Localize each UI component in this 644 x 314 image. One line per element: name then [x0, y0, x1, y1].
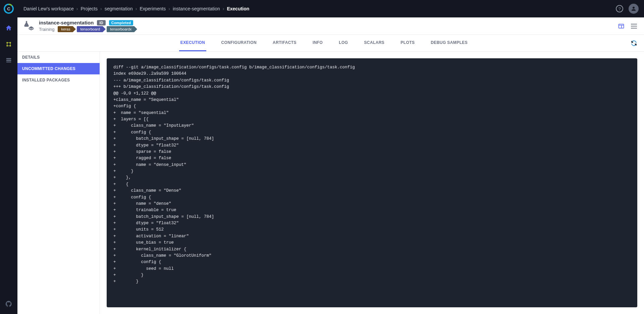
svg-rect-7	[6, 62, 11, 63]
nav-github[interactable]	[0, 297, 17, 311]
chevron-right-icon: ›	[136, 6, 137, 11]
topbar-actions: ?	[616, 4, 639, 14]
tab-plots[interactable]: PLOTS	[399, 35, 416, 51]
experiment-title: instance-segmentation	[39, 20, 94, 25]
chevron-right-icon: ›	[223, 6, 224, 11]
side-item-details[interactable]: DETAILS	[17, 52, 100, 63]
side-item-uncommitted-changes[interactable]: UNCOMMITTED CHANGES	[17, 63, 100, 74]
chevron-right-icon: ›	[100, 6, 102, 11]
experiment-header: instance-segmentation ID Completed Train…	[17, 17, 644, 35]
crumb-experiment[interactable]: instance-segmentation	[173, 6, 220, 11]
status-badge: Completed	[109, 20, 133, 25]
tab-execution[interactable]: EXECUTION	[179, 35, 207, 51]
experiment-type-icon	[23, 20, 34, 32]
svg-rect-5	[6, 58, 11, 60]
menu-icon[interactable]	[631, 23, 637, 29]
tabs-row: EXECUTION CONFIGURATION ARTIFACTS INFO L…	[17, 35, 644, 52]
crumb-current: Execution	[227, 6, 249, 11]
diff-code-block[interactable]: diff --git a/image_classification/config…	[107, 58, 637, 307]
tag-tensorboardx[interactable]: tensorboardx	[107, 26, 134, 32]
page-body: instance-segmentation ID Completed Train…	[17, 17, 644, 314]
breadcrumbs: Daniel Lew's workspace › Projects › segm…	[17, 6, 249, 11]
tag-keras[interactable]: keras	[58, 26, 73, 32]
logo-icon: C	[3, 3, 14, 14]
panel-layout-icon[interactable]	[618, 23, 625, 29]
svg-text:C: C	[7, 6, 10, 11]
id-badge[interactable]: ID	[97, 20, 105, 25]
topbar: C Daniel Lew's workspace › Projects › se…	[0, 0, 644, 17]
execution-body: DETAILS UNCOMMITTED CHANGES INSTALLED PA…	[17, 52, 644, 314]
task-type-label: Training	[39, 27, 54, 32]
crumb-workspace[interactable]: Daniel Lew's workspace	[23, 6, 74, 11]
nav-models[interactable]	[0, 38, 17, 51]
user-avatar[interactable]	[629, 4, 639, 14]
execution-sidepanel: DETAILS UNCOMMITTED CHANGES INSTALLED PA…	[17, 52, 100, 314]
svg-rect-6	[6, 60, 11, 61]
content-area: diff --git a/image_classification/config…	[100, 52, 644, 314]
left-nav-rail	[0, 17, 17, 314]
crumb-project[interactable]: segmentation	[105, 6, 133, 11]
nav-home[interactable]	[0, 21, 17, 35]
chevron-right-icon: ›	[76, 6, 78, 11]
refresh-icon[interactable]	[631, 40, 637, 47]
tag-tensorboard[interactable]: tensorboard	[77, 26, 103, 32]
nav-compute[interactable]	[0, 54, 17, 67]
tab-artifacts[interactable]: ARTIFACTS	[271, 35, 298, 51]
chevron-right-icon: ›	[168, 6, 170, 11]
tab-debug-samples[interactable]: DEBUG SAMPLES	[429, 35, 469, 51]
crumb-projects[interactable]: Projects	[80, 6, 98, 11]
help-icon[interactable]: ?	[616, 5, 623, 12]
tab-info[interactable]: INFO	[311, 35, 324, 51]
tag-list: keras tensorboard tensorboardx	[58, 26, 134, 32]
app-logo[interactable]: C	[0, 0, 17, 17]
tab-configuration[interactable]: CONFIGURATION	[220, 35, 258, 51]
tab-log[interactable]: LOG	[337, 35, 349, 51]
side-item-installed-packages[interactable]: INSTALLED PACKAGES	[17, 74, 100, 86]
tab-scalars[interactable]: SCALARS	[363, 35, 386, 51]
crumb-experiments[interactable]: Experiments	[140, 6, 166, 11]
